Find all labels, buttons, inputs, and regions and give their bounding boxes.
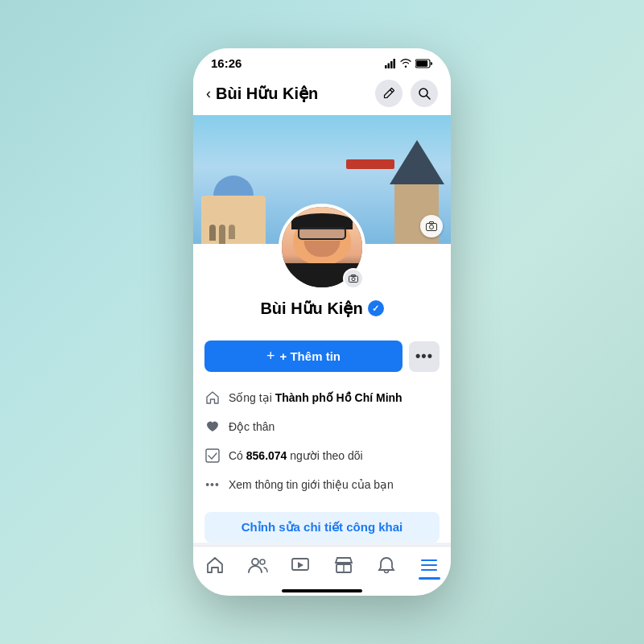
edit-button[interactable]: [375, 80, 402, 107]
svg-point-12: [352, 278, 355, 281]
nav-item-friends[interactable]: [236, 555, 279, 581]
add-info-button[interactable]: + + Thêm tin: [204, 341, 402, 372]
avatar-wrapper: [279, 204, 365, 291]
svg-rect-3: [394, 59, 396, 68]
action-row: + + Thêm tin •••: [193, 331, 451, 375]
svg-rect-2: [390, 61, 393, 68]
red-awning: [346, 159, 394, 169]
info-item-location: Sống tại Thành phố Hồ Chí Minh: [204, 383, 440, 412]
verified-icon: ✓: [372, 303, 379, 314]
nav-action-icons: [375, 80, 438, 107]
content-area: Bùi Hữu Kiện ✓ + + Thêm tin •••: [193, 115, 451, 546]
heart-icon: [204, 419, 221, 435]
camera-icon-avatar: [349, 275, 358, 283]
location-value: Thành phố Hồ Chí Minh: [275, 391, 402, 404]
friends-nav-icon: [247, 556, 268, 574]
menu-nav-icon: [419, 556, 439, 574]
svg-rect-0: [385, 65, 387, 68]
battery-icon: [415, 59, 433, 68]
status-bar: 16:26: [193, 48, 451, 75]
signal-icon: [385, 59, 396, 68]
avatar-section: Bùi Hữu Kiện ✓: [193, 204, 451, 331]
active-indicator: [419, 577, 440, 580]
verified-badge: ✓: [368, 300, 384, 316]
svg-rect-1: [388, 63, 390, 68]
home-icon: [204, 390, 221, 406]
info-item-followers: Có 856.074 người theo dõi: [204, 441, 440, 470]
svg-rect-11: [349, 276, 358, 283]
home-nav-icon: [205, 556, 225, 574]
bell-nav-icon: [378, 556, 395, 576]
svg-rect-5: [416, 60, 427, 67]
edit-icon: [382, 87, 395, 100]
nav-bar: ‹ Bùi Hữu Kiện: [193, 75, 451, 115]
back-button[interactable]: ‹: [206, 85, 211, 102]
info-item-relationship: Độc thân: [204, 412, 440, 441]
add-info-label: + Thêm tin: [280, 349, 341, 363]
search-button[interactable]: [411, 80, 438, 107]
dots-icon: •••: [204, 477, 221, 493]
watch-nav-icon: [291, 556, 310, 574]
nav-item-watch[interactable]: [279, 555, 322, 581]
edit-public-button[interactable]: Chỉnh sửa chi tiết công khai: [204, 512, 440, 543]
home-indicator: [282, 589, 362, 592]
info-list: Sống tại Thành phố Hồ Chí Minh Độc thân: [193, 375, 451, 507]
svg-line-7: [427, 96, 430, 99]
nav-item-marketplace[interactable]: [322, 555, 365, 581]
status-time: 16:26: [211, 56, 242, 70]
status-icons: [385, 59, 433, 68]
relationship-text: Độc thân: [229, 420, 275, 433]
location-text: Sống tại Thành phố Hồ Chí Minh: [229, 391, 402, 404]
nav-item-notifications[interactable]: [365, 555, 407, 581]
avatar-camera-button[interactable]: [343, 268, 364, 289]
more-options-button[interactable]: •••: [409, 341, 440, 372]
wifi-icon: [400, 59, 411, 68]
phone-frame: 16:26 ‹ Bùi Hữu Kiệ: [193, 48, 451, 596]
svg-point-15: [252, 559, 258, 565]
more-icon: •••: [415, 348, 433, 365]
info-item-more: ••• Xem thông tin giới thiệu của bạn: [204, 470, 440, 499]
profile-name-text: Bùi Hữu Kiện: [260, 299, 362, 318]
nav-item-menu[interactable]: [408, 555, 451, 581]
followers-count: 856.074: [246, 449, 287, 462]
marketplace-nav-icon: [334, 556, 353, 574]
castle-cone: [390, 140, 444, 184]
profile-nav-title: Bùi Hữu Kiện: [216, 84, 375, 103]
checkbox-icon: [204, 448, 221, 464]
bottom-nav: [193, 546, 451, 584]
profile-card: Bùi Hữu Kiện ✓ + + Thêm tin •••: [193, 115, 451, 543]
add-info-plus: +: [266, 348, 275, 365]
svg-point-16: [260, 559, 265, 564]
followers-text: Có 856.074 người theo dõi: [229, 449, 363, 462]
nav-item-home[interactable]: [193, 555, 236, 581]
profile-name-row: Bùi Hữu Kiện ✓: [260, 299, 383, 318]
search-icon: [418, 87, 431, 100]
more-info-text: Xem thông tin giới thiệu của bạn: [229, 478, 394, 491]
